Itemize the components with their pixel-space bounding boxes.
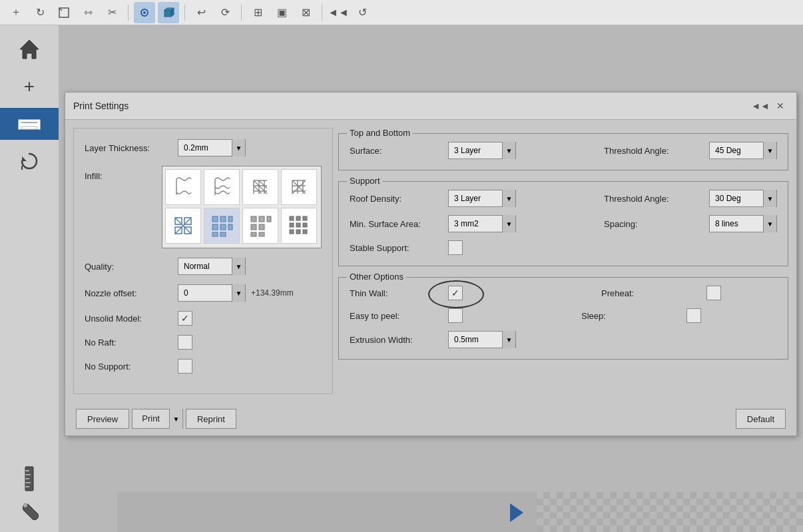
sleep-checkbox[interactable] <box>686 308 701 323</box>
other-options-label: Other Options <box>347 272 406 282</box>
home-button[interactable] <box>11 33 48 65</box>
model-area <box>117 492 803 532</box>
wrench-button[interactable] <box>11 495 48 527</box>
default-button[interactable]: Default <box>736 409 786 429</box>
thin-wall-highlight <box>448 286 463 300</box>
support-threshold-arrow[interactable]: ▼ <box>763 190 776 207</box>
min-surface-select[interactable]: 3 mm2 ▼ <box>448 215 516 232</box>
cube-icon[interactable] <box>158 2 179 23</box>
svg-marker-6 <box>171 8 174 17</box>
easy-peel-checkbox[interactable] <box>448 308 463 323</box>
nozzle-offset-arrow[interactable]: ▼ <box>232 284 245 302</box>
surface-select[interactable]: 3 Layer ▼ <box>448 142 516 159</box>
refresh-icon[interactable]: ↺ <box>352 2 373 23</box>
ruler-button[interactable] <box>11 463 48 495</box>
dialog-footer: Preview Print ▼ Reprint Default <box>65 402 796 435</box>
roof-density-value: 3 Layer <box>449 190 502 207</box>
add-icon[interactable]: ＋ <box>5 2 27 23</box>
top-threshold-arrow[interactable]: ▼ <box>763 142 776 159</box>
rotate-icon[interactable]: ↻ <box>29 2 51 23</box>
reprint-button[interactable]: Reprint <box>186 409 236 429</box>
dialog-minimize-button[interactable]: ◄◄ <box>752 98 768 114</box>
nozzle-offset-extra: +134.39mm <box>251 288 294 298</box>
no-support-label: No Support: <box>85 362 178 372</box>
support-group: Support Roof Density: 3 Layer ▼ Threshol… <box>338 181 788 266</box>
support-threshold-right: Threshold Angle: 30 Deg ▼ <box>604 190 777 207</box>
print-dropdown-arrow[interactable]: ▼ <box>169 409 182 429</box>
extrusion-width-arrow[interactable]: ▼ <box>502 331 515 348</box>
svg-rect-63 <box>296 223 300 227</box>
top-toolbar: ＋ ↻ ⇿ ✂ ↩ ⟳ ⊞ ▣ ⊠ ◄◄ ↺ <box>0 0 803 25</box>
infill-cell-3[interactable] <box>281 169 317 205</box>
thin-wall-row: Thin Wall: Preheat: <box>350 286 777 300</box>
top-bottom-label: Top and Bottom <box>347 128 413 138</box>
preview-button[interactable]: Preview <box>76 409 129 429</box>
redo-icon[interactable]: ⟳ <box>214 2 236 23</box>
scale-icon[interactable] <box>53 2 75 23</box>
thin-wall-checkbox[interactable] <box>448 286 463 300</box>
support-threshold-select[interactable]: 30 Deg ▼ <box>709 190 777 207</box>
unsolid-model-row: Unsolid Model: <box>85 311 322 326</box>
quality-select[interactable]: Normal ▼ <box>178 258 246 275</box>
quality-arrow[interactable]: ▼ <box>232 258 245 275</box>
infill-cell-6[interactable] <box>242 208 278 244</box>
stable-support-checkbox[interactable] <box>448 240 463 255</box>
infill-cell-7[interactable] <box>281 208 317 244</box>
extrusion-width-select[interactable]: 0.5mm ▼ <box>448 331 516 348</box>
mirror-icon[interactable]: ⇿ <box>77 2 99 23</box>
svg-rect-67 <box>303 230 307 234</box>
svg-rect-57 <box>251 232 256 236</box>
layer-thickness-select[interactable]: 0.2mm ▼ <box>178 139 246 156</box>
min-surface-arrow[interactable]: ▼ <box>502 215 515 232</box>
surface-arrow[interactable]: ▼ <box>502 142 515 159</box>
thin-wall-label: Thin Wall: <box>350 288 443 298</box>
extrusion-width-label: Extrusion Width: <box>350 335 443 345</box>
no-raft-checkbox[interactable] <box>178 335 192 350</box>
cut-icon[interactable]: ✂ <box>101 2 123 23</box>
unsolid-model-checkbox[interactable] <box>178 311 192 326</box>
support-threshold-value: 30 Deg <box>710 190 763 207</box>
spacing-select[interactable]: 8 lines ▼ <box>709 215 777 232</box>
reload-button[interactable] <box>11 145 48 177</box>
svg-rect-62 <box>290 223 294 227</box>
grid-icon[interactable]: ⊞ <box>247 2 268 23</box>
svg-rect-11 <box>21 127 37 129</box>
nozzle-offset-select[interactable]: 0 ▼ <box>178 284 246 302</box>
dialog-close-button[interactable]: ✕ <box>772 98 788 114</box>
quality-value: Normal <box>178 258 232 275</box>
spacing-arrow[interactable]: ▼ <box>763 215 776 232</box>
back-icon[interactable]: ◄◄ <box>328 2 349 23</box>
no-support-checkbox[interactable] <box>178 359 192 374</box>
no-support-row: No Support: <box>85 359 322 374</box>
svg-point-20 <box>23 503 27 507</box>
print-button[interactable] <box>0 108 59 140</box>
layer-thickness-row: Layer Thickness: 0.2mm ▼ <box>85 139 322 156</box>
box-icon[interactable]: ⊠ <box>295 2 316 23</box>
top-threshold-select[interactable]: 45 Deg ▼ <box>709 142 777 159</box>
infill-cell-1[interactable] <box>204 169 240 205</box>
preheat-checkbox[interactable] <box>706 286 721 300</box>
dialog-body: Layer Thickness: 0.2mm ▼ Infill: <box>65 120 796 402</box>
other-options-group: Other Options Thin Wall: Preheat: Easy t… <box>338 277 788 360</box>
frame-icon[interactable]: ▣ <box>271 2 292 23</box>
add-button[interactable]: + <box>11 71 48 103</box>
print-button[interactable]: Print <box>133 409 169 429</box>
roof-density-arrow[interactable]: ▼ <box>502 190 515 207</box>
dialog-title: Print Settings <box>73 101 129 111</box>
view-icon[interactable] <box>134 2 155 23</box>
layer-thickness-arrow[interactable]: ▼ <box>232 139 245 156</box>
quality-row: Quality: Normal ▼ <box>85 258 322 275</box>
svg-rect-55 <box>251 224 256 230</box>
infill-cell-0[interactable] <box>165 169 201 205</box>
infill-cell-4[interactable] <box>165 208 201 244</box>
extrusion-width-value: 0.5mm <box>449 331 502 348</box>
undo-icon[interactable]: ↩ <box>190 2 212 23</box>
stable-support-row: Stable Support: <box>350 240 777 255</box>
infill-row: Infill: <box>85 166 322 248</box>
infill-cell-5[interactable] <box>204 208 240 244</box>
dialog-title-bar: Print Settings ◄◄ ✕ <box>65 93 796 120</box>
roof-density-select[interactable]: 3 Layer ▼ <box>448 190 516 207</box>
layer-thickness-value: 0.2mm <box>178 139 232 156</box>
infill-cell-2[interactable] <box>242 169 278 205</box>
svg-point-3 <box>143 11 146 14</box>
